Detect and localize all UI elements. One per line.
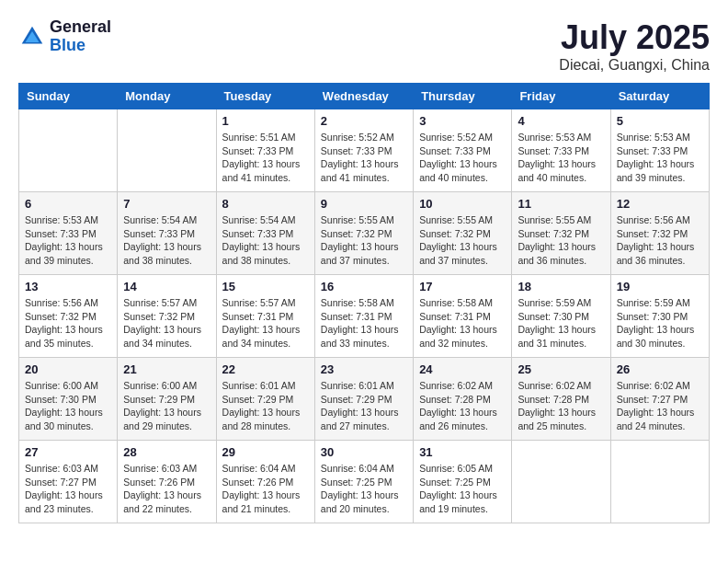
day-cell: 11Sunrise: 5:55 AM Sunset: 7:32 PM Dayli… xyxy=(512,192,610,275)
day-header-tuesday: Tuesday xyxy=(216,84,314,109)
day-cell: 14Sunrise: 5:57 AM Sunset: 7:32 PM Dayli… xyxy=(118,275,216,358)
day-number: 16 xyxy=(321,280,407,293)
calendar-table: SundayMondayTuesdayWednesdayThursdayFrid… xyxy=(18,83,710,523)
day-number: 8 xyxy=(222,197,309,211)
day-cell: 26Sunrise: 6:02 AM Sunset: 7:27 PM Dayli… xyxy=(610,358,709,441)
day-cell xyxy=(118,109,216,192)
day-cell: 19Sunrise: 5:59 AM Sunset: 7:30 PM Dayli… xyxy=(610,275,709,358)
day-number: 27 xyxy=(25,445,111,459)
day-number: 11 xyxy=(518,197,604,211)
day-number: 7 xyxy=(123,197,210,211)
day-number: 21 xyxy=(123,362,210,376)
day-cell: 25Sunrise: 6:02 AM Sunset: 7:28 PM Dayli… xyxy=(512,358,610,441)
day-number: 24 xyxy=(419,362,506,376)
day-number: 3 xyxy=(419,114,506,128)
day-cell xyxy=(610,441,709,523)
day-header-friday: Friday xyxy=(512,84,610,109)
week-row-4: 20Sunrise: 6:00 AM Sunset: 7:30 PM Dayli… xyxy=(19,358,710,441)
day-info: Sunrise: 5:56 AM Sunset: 7:32 PM Dayligh… xyxy=(25,296,111,350)
week-row-5: 27Sunrise: 6:03 AM Sunset: 7:27 PM Dayli… xyxy=(19,441,710,523)
day-number: 26 xyxy=(617,362,703,376)
day-header-monday: Monday xyxy=(118,84,216,109)
week-row-3: 13Sunrise: 5:56 AM Sunset: 7:32 PM Dayli… xyxy=(19,275,710,358)
month-title: July 2025 xyxy=(559,18,710,57)
day-cell: 16Sunrise: 5:58 AM Sunset: 7:31 PM Dayli… xyxy=(314,275,413,358)
day-info: Sunrise: 5:59 AM Sunset: 7:30 PM Dayligh… xyxy=(518,296,604,350)
day-number: 23 xyxy=(321,362,407,376)
day-info: Sunrise: 5:59 AM Sunset: 7:30 PM Dayligh… xyxy=(617,296,703,350)
day-info: Sunrise: 5:58 AM Sunset: 7:31 PM Dayligh… xyxy=(419,296,506,350)
day-cell: 3Sunrise: 5:52 AM Sunset: 7:33 PM Daylig… xyxy=(414,109,512,192)
day-cell: 8Sunrise: 5:54 AM Sunset: 7:33 PM Daylig… xyxy=(216,192,314,275)
day-number: 31 xyxy=(419,445,506,459)
day-cell: 20Sunrise: 6:00 AM Sunset: 7:30 PM Dayli… xyxy=(19,358,118,441)
day-cell: 29Sunrise: 6:04 AM Sunset: 7:26 PM Dayli… xyxy=(216,441,314,523)
day-cell: 22Sunrise: 6:01 AM Sunset: 7:29 PM Dayli… xyxy=(216,358,314,441)
day-header-thursday: Thursday xyxy=(414,84,512,109)
day-info: Sunrise: 5:58 AM Sunset: 7:31 PM Dayligh… xyxy=(321,296,407,350)
logo-blue-text: Blue xyxy=(50,37,111,55)
day-number: 1 xyxy=(222,114,309,128)
day-number: 20 xyxy=(25,362,111,376)
day-number: 4 xyxy=(518,114,604,128)
day-info: Sunrise: 5:56 AM Sunset: 7:32 PM Dayligh… xyxy=(617,213,703,268)
day-cell: 12Sunrise: 5:56 AM Sunset: 7:32 PM Dayli… xyxy=(610,192,709,275)
day-number: 14 xyxy=(123,280,210,293)
day-info: Sunrise: 6:04 AM Sunset: 7:25 PM Dayligh… xyxy=(321,462,407,516)
day-info: Sunrise: 6:05 AM Sunset: 7:25 PM Dayligh… xyxy=(419,462,506,516)
day-info: Sunrise: 5:55 AM Sunset: 7:32 PM Dayligh… xyxy=(321,213,407,268)
logo-text: General Blue xyxy=(50,18,111,55)
day-cell xyxy=(512,441,610,523)
logo: General Blue xyxy=(18,18,111,55)
day-cell: 17Sunrise: 5:58 AM Sunset: 7:31 PM Dayli… xyxy=(414,275,512,358)
day-cell: 6Sunrise: 5:53 AM Sunset: 7:33 PM Daylig… xyxy=(19,192,118,275)
logo-icon xyxy=(18,23,46,51)
day-header-wednesday: Wednesday xyxy=(314,84,413,109)
day-info: Sunrise: 6:02 AM Sunset: 7:27 PM Dayligh… xyxy=(617,379,703,433)
day-header-sunday: Sunday xyxy=(19,84,118,109)
day-cell: 31Sunrise: 6:05 AM Sunset: 7:25 PM Dayli… xyxy=(414,441,512,523)
day-info: Sunrise: 5:54 AM Sunset: 7:33 PM Dayligh… xyxy=(222,213,309,268)
day-number: 28 xyxy=(123,445,210,459)
day-cell: 15Sunrise: 5:57 AM Sunset: 7:31 PM Dayli… xyxy=(216,275,314,358)
day-number: 2 xyxy=(321,114,407,128)
day-cell: 1Sunrise: 5:51 AM Sunset: 7:33 PM Daylig… xyxy=(216,109,314,192)
day-info: Sunrise: 6:00 AM Sunset: 7:29 PM Dayligh… xyxy=(123,379,210,433)
day-cell: 18Sunrise: 5:59 AM Sunset: 7:30 PM Dayli… xyxy=(512,275,610,358)
day-number: 19 xyxy=(617,280,703,293)
day-info: Sunrise: 5:52 AM Sunset: 7:33 PM Dayligh… xyxy=(419,131,506,185)
day-number: 25 xyxy=(518,362,604,376)
day-cell xyxy=(19,109,118,192)
day-info: Sunrise: 5:55 AM Sunset: 7:32 PM Dayligh… xyxy=(518,213,604,268)
day-number: 12 xyxy=(617,197,703,211)
day-cell: 28Sunrise: 6:03 AM Sunset: 7:26 PM Dayli… xyxy=(118,441,216,523)
day-info: Sunrise: 5:51 AM Sunset: 7:33 PM Dayligh… xyxy=(222,131,309,185)
day-info: Sunrise: 5:55 AM Sunset: 7:32 PM Dayligh… xyxy=(419,213,506,268)
day-info: Sunrise: 6:03 AM Sunset: 7:26 PM Dayligh… xyxy=(123,462,210,516)
day-info: Sunrise: 5:54 AM Sunset: 7:33 PM Dayligh… xyxy=(123,213,210,268)
day-info: Sunrise: 5:53 AM Sunset: 7:33 PM Dayligh… xyxy=(25,213,111,268)
day-cell: 5Sunrise: 5:53 AM Sunset: 7:33 PM Daylig… xyxy=(610,109,709,192)
days-header-row: SundayMondayTuesdayWednesdayThursdayFrid… xyxy=(19,84,710,109)
day-cell: 4Sunrise: 5:53 AM Sunset: 7:33 PM Daylig… xyxy=(512,109,610,192)
week-row-1: 1Sunrise: 5:51 AM Sunset: 7:33 PM Daylig… xyxy=(19,109,710,192)
day-info: Sunrise: 5:52 AM Sunset: 7:33 PM Dayligh… xyxy=(321,131,407,185)
day-number: 29 xyxy=(222,445,309,459)
day-cell: 27Sunrise: 6:03 AM Sunset: 7:27 PM Dayli… xyxy=(19,441,118,523)
header: General Blue July 2025 Diecai, Guangxi, … xyxy=(18,18,710,74)
day-info: Sunrise: 5:57 AM Sunset: 7:32 PM Dayligh… xyxy=(123,296,210,350)
day-cell: 30Sunrise: 6:04 AM Sunset: 7:25 PM Dayli… xyxy=(314,441,413,523)
day-number: 22 xyxy=(222,362,309,376)
day-number: 15 xyxy=(222,280,309,293)
day-number: 5 xyxy=(617,114,703,128)
day-info: Sunrise: 5:53 AM Sunset: 7:33 PM Dayligh… xyxy=(518,131,604,185)
day-cell: 23Sunrise: 6:01 AM Sunset: 7:29 PM Dayli… xyxy=(314,358,413,441)
day-info: Sunrise: 6:04 AM Sunset: 7:26 PM Dayligh… xyxy=(222,462,309,516)
day-info: Sunrise: 6:02 AM Sunset: 7:28 PM Dayligh… xyxy=(419,379,506,433)
day-info: Sunrise: 5:53 AM Sunset: 7:33 PM Dayligh… xyxy=(617,131,703,185)
day-info: Sunrise: 6:00 AM Sunset: 7:30 PM Dayligh… xyxy=(25,379,111,433)
day-number: 30 xyxy=(321,445,407,459)
day-info: Sunrise: 5:57 AM Sunset: 7:31 PM Dayligh… xyxy=(222,296,309,350)
day-info: Sunrise: 6:03 AM Sunset: 7:27 PM Dayligh… xyxy=(25,462,111,516)
day-number: 6 xyxy=(25,197,111,211)
